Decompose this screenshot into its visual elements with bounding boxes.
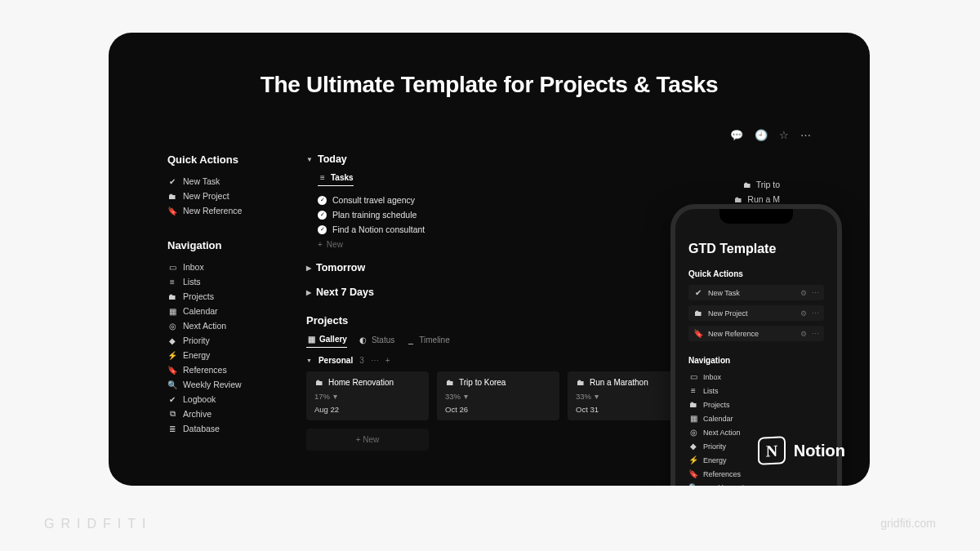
window-header-icons: 💬 🕘 ☆ ⋯ [730, 129, 811, 141]
target-icon: ◎ [688, 428, 698, 437]
status-icon: ◐ [359, 335, 368, 344]
nav-logbook[interactable]: ✔Logbook [167, 392, 294, 407]
ref-link[interactable]: 🖿Trip to [742, 180, 780, 189]
project-card[interactable]: 🖿Home Renovation 17%▾ Aug 22 [306, 371, 429, 420]
phone-nav-references[interactable]: 🔖References [688, 469, 824, 479]
more-icon[interactable]: ⋯ [371, 356, 379, 365]
target-icon: ◎ [167, 322, 177, 331]
navigation-section: Navigation ▭Inbox ≡Lists 🖿Projects ▦Cale… [167, 239, 294, 436]
message-icon[interactable]: 💬 [730, 129, 743, 141]
quick-actions-list: ✔New Task 🖿New Project 🔖New Reference [167, 174, 294, 218]
phone-nav-weekly-review[interactable]: 🔍Weekly Review [688, 482, 824, 486]
qa-label: New Task [183, 176, 220, 186]
nav-lists[interactable]: ≡Lists [167, 274, 294, 289]
chevron-right-icon [306, 289, 311, 296]
tab-timeline[interactable]: ⎯Timeline [406, 335, 449, 348]
tab-status[interactable]: ◐Status [359, 335, 394, 348]
new-project-card[interactable]: + New [306, 429, 429, 451]
nav-inbox[interactable]: ▭Inbox [167, 260, 294, 274]
phone-qa-new-project[interactable]: 🖿New Project⚙⋯ [688, 305, 824, 321]
qa-label: New Reference [183, 206, 242, 216]
phone-notch [719, 209, 793, 224]
database-icon: ≣ [167, 424, 177, 433]
qa-new-task[interactable]: ✔New Task [167, 174, 294, 189]
inbox-icon: ▭ [167, 263, 177, 272]
today-heading[interactable]: Today [306, 153, 780, 165]
nav-projects[interactable]: 🖿Projects [167, 289, 294, 304]
phone-nav-inbox[interactable]: ▭Inbox [688, 371, 824, 382]
folder-icon: 🖿 [693, 309, 703, 318]
priority-icon: ◆ [688, 442, 698, 451]
folder-icon: 🖿 [733, 195, 743, 204]
archive-icon: ⧉ [167, 409, 177, 419]
phone-page-title: GTD Template [688, 242, 824, 256]
folder-icon: 🖿 [445, 378, 455, 387]
notion-wordmark: Notion [794, 442, 845, 460]
check-circle-icon: ✔ [167, 177, 177, 186]
more-icon[interactable]: ⋯ [800, 129, 811, 141]
chevron-down-icon: ▾ [333, 392, 337, 401]
promo-card: The Ultimate Template for Projects & Tas… [109, 33, 870, 486]
nav-energy[interactable]: ⚡Energy [167, 348, 294, 362]
phone-qa-new-reference[interactable]: 🔖New Reference⚙⋯ [688, 326, 824, 341]
clock-icon[interactable]: 🕘 [755, 129, 768, 141]
ref-link[interactable]: 🖿Run a M [733, 194, 780, 204]
group-count: 3 [359, 356, 364, 365]
nav-next-action[interactable]: ◎Next Action [167, 318, 294, 333]
chevron-down-icon: ▾ [464, 392, 468, 401]
nav-weekly-review[interactable]: 🔍Weekly Review [167, 377, 294, 392]
footer-url: gridfiti.com [880, 517, 936, 530]
nav-calendar[interactable]: ▦Calendar [167, 304, 294, 318]
bolt-icon: ⚡ [167, 351, 177, 360]
phone-qa-list: ✔New Task⚙⋯ 🖿New Project⚙⋯ 🔖New Referenc… [688, 285, 824, 341]
phone-nav-title: Navigation [688, 356, 824, 365]
phone-qa-new-task[interactable]: ✔New Task⚙⋯ [688, 285, 824, 300]
check-circle-icon: ✓ [318, 225, 327, 234]
star-icon[interactable]: ☆ [779, 129, 789, 141]
plus-icon[interactable]: + [385, 356, 390, 365]
nav-database[interactable]: ≣Database [167, 421, 294, 436]
inbox-icon: ▭ [688, 372, 698, 381]
tab-tasks[interactable]: ≡Tasks [318, 173, 354, 186]
folder-icon: 🖿 [314, 378, 324, 387]
project-card[interactable]: 🖿Trip to Korea 33%▾ Oct 26 [437, 371, 559, 420]
bolt-icon: ⚡ [688, 455, 698, 464]
more-icon: ⋯ [812, 289, 819, 297]
more-icon: ⋯ [812, 330, 819, 338]
phone-nav-list: ▭Inbox ≡Lists 🖿Projects ▦Calendar ◎Next … [688, 371, 824, 486]
list-icon: ≡ [318, 173, 327, 182]
nav-references[interactable]: 🔖References [167, 362, 294, 377]
group-name: Personal [318, 356, 353, 365]
folder-icon: 🖿 [688, 400, 698, 409]
navigation-title: Navigation [167, 239, 294, 251]
qa-new-reference[interactable]: 🔖New Reference [167, 203, 294, 218]
qa-new-project[interactable]: 🖿New Project [167, 189, 294, 203]
check-circle-icon: ✔ [167, 395, 177, 404]
chevron-down-icon: ▾ [595, 392, 599, 401]
nav-priority[interactable]: ◆Priority [167, 333, 294, 348]
bookmark-icon: 🔖 [167, 207, 177, 216]
phone-nav-lists[interactable]: ≡Lists [688, 385, 824, 396]
gallery-icon: ▦ [306, 335, 316, 344]
plus-icon: + [318, 240, 323, 249]
list-icon: ≡ [688, 386, 698, 395]
notion-logo: N Notion [758, 437, 845, 464]
search-icon: 🔍 [167, 380, 177, 389]
more-icon: ⋯ [812, 309, 819, 318]
priority-icon: ◆ [167, 336, 177, 345]
chevron-right-icon [306, 264, 311, 272]
nav-archive[interactable]: ⧉Archive [167, 407, 294, 421]
check-circle-icon: ✓ [318, 211, 327, 220]
folder-icon: 🖿 [167, 292, 177, 301]
phone-qa-title: Quick Actions [688, 269, 824, 278]
bookmark-icon: 🔖 [693, 329, 703, 338]
chevron-down-icon [306, 358, 312, 363]
qa-label: New Project [183, 191, 229, 201]
settings-icon: ⚙ [800, 330, 807, 338]
quick-actions-title: Quick Actions [167, 153, 294, 166]
phone-nav-projects[interactable]: 🖿Projects [688, 399, 824, 410]
tab-gallery[interactable]: ▦Gallery [306, 335, 347, 348]
phone-nav-calendar[interactable]: ▦Calendar [688, 413, 824, 424]
folder-icon: 🖿 [576, 378, 586, 387]
folder-icon: 🖿 [742, 180, 752, 189]
